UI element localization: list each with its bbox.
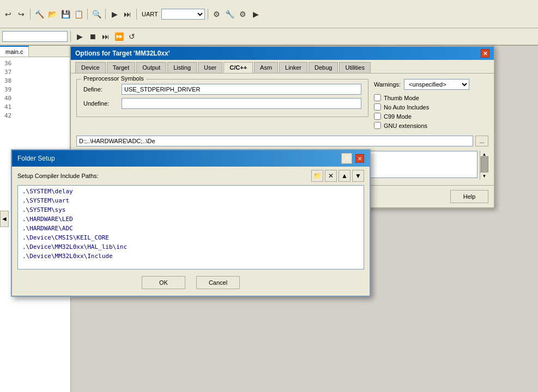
copy-btn[interactable]: 📋 bbox=[72, 8, 84, 20]
warnings-combo[interactable]: <unspecified> All Warnings No Warnings bbox=[404, 79, 469, 90]
step-btn[interactable]: ⏭ bbox=[122, 8, 134, 20]
debug-btn[interactable]: ▶ bbox=[108, 8, 120, 20]
build-btn[interactable]: 🔨 bbox=[33, 8, 45, 20]
list-item-5[interactable]: .\Device\CMSIS\KEIL_CORE bbox=[19, 233, 362, 242]
undefine-row: Undefine: bbox=[83, 98, 361, 109]
move-down-btn[interactable]: ▼ bbox=[352, 170, 364, 182]
left-arrow-panel[interactable]: ◄ bbox=[0, 211, 9, 227]
warnings-row: Warnings: <unspecified> All Warnings No … bbox=[374, 79, 488, 90]
list-item-3[interactable]: .\HARDWARE\LED bbox=[19, 215, 362, 224]
line-41: 41 bbox=[4, 103, 66, 112]
more-btn[interactable]: ▶ bbox=[250, 8, 262, 20]
folder-dialog: Folder Setup ? ✕ Setup Compiler Include … bbox=[11, 149, 371, 297]
gnu-ext-label: GNU extensions bbox=[384, 122, 427, 129]
thumb-mode-checkbox[interactable] bbox=[374, 94, 381, 101]
undo-btn[interactable]: ↩ bbox=[2, 8, 14, 20]
second-toolbar: xx ▶ ⏹ ⏭ ⏩ ↺ bbox=[0, 28, 538, 46]
workspace: main.c 36 37 38 39 40 41 42 ◄ Options fo… bbox=[0, 46, 538, 392]
folder-close-btn[interactable]: ✕ bbox=[355, 154, 364, 163]
delete-folder-btn[interactable]: ✕ bbox=[325, 170, 337, 182]
warnings-label: Warnings: bbox=[374, 81, 401, 88]
include-paths-row: ... bbox=[76, 136, 488, 146]
folder-toolbar: Setup Compiler Include Paths: 📁 ✕ ▲ ▼ bbox=[12, 167, 370, 185]
scroll-thumb bbox=[481, 156, 488, 173]
tab-device[interactable]: Device bbox=[75, 62, 106, 73]
tab-asm[interactable]: Asm bbox=[254, 62, 278, 73]
help-btn[interactable]: Help bbox=[450, 190, 488, 203]
thumb-mode-label: Thumb Mode bbox=[384, 95, 419, 101]
folder-dialog-titlebar: Folder Setup ? ✕ bbox=[12, 150, 370, 167]
folder-ok-btn[interactable]: OK bbox=[142, 276, 185, 289]
move-up-btn[interactable]: ▲ bbox=[338, 170, 350, 182]
options-tabs: Device Target Output Listing User C/C++ … bbox=[71, 60, 494, 74]
separator-3 bbox=[105, 9, 106, 20]
reset-btn[interactable]: ↺ bbox=[126, 30, 138, 42]
c99-mode-label: C99 Mode bbox=[384, 113, 412, 120]
main-c-tab[interactable]: main.c bbox=[0, 46, 29, 57]
include-paths-input[interactable] bbox=[76, 136, 473, 146]
tab-cc[interactable]: C/C++ bbox=[223, 62, 253, 73]
separator-4 bbox=[136, 9, 137, 20]
settings-btn[interactable]: ⚙ bbox=[211, 8, 223, 20]
list-item-6[interactable]: .\Device\MM32L0xx\HAL_lib\inc bbox=[19, 242, 362, 252]
include-paths-browse-btn[interactable]: ... bbox=[475, 136, 488, 146]
line-37: 37 bbox=[4, 68, 66, 77]
list-item-7[interactable]: .\Device\MM32L0xx\Include bbox=[19, 252, 362, 261]
config-btn[interactable]: 🔧 bbox=[224, 8, 236, 20]
define-row: Define: bbox=[83, 84, 361, 95]
redo-btn[interactable]: ↪ bbox=[15, 8, 27, 20]
undefine-input[interactable] bbox=[122, 98, 361, 109]
new-folder-btn[interactable]: 📁 bbox=[311, 170, 323, 182]
no-auto-includes-checkbox[interactable] bbox=[374, 103, 381, 111]
options-dialog-title: Options for Target 'MM32L0xx' bbox=[75, 50, 170, 57]
line-42: 42 bbox=[4, 112, 66, 120]
scroll-area[interactable]: ▲ ▼ bbox=[480, 151, 488, 180]
line-36: 36 bbox=[4, 59, 66, 68]
save-btn[interactable]: 💾 bbox=[59, 8, 71, 20]
thumb-mode-row: Thumb Mode bbox=[374, 94, 488, 101]
step3-btn[interactable]: ⏩ bbox=[113, 30, 125, 42]
folder-cancel-btn[interactable]: Cancel bbox=[196, 276, 240, 289]
options-dialog-titlebar: Options for Target 'MM32L0xx' ✕ bbox=[71, 47, 494, 60]
tab-linker[interactable]: Linker bbox=[279, 62, 307, 73]
line-40: 40 bbox=[4, 94, 66, 103]
c99-mode-checkbox[interactable] bbox=[374, 113, 381, 120]
preprocessor-group: Preprocessor Symbols Define: Undefine: bbox=[76, 79, 368, 117]
define-label: Define: bbox=[83, 86, 122, 93]
folder-help-btn[interactable]: ? bbox=[341, 153, 352, 164]
tab-user[interactable]: User bbox=[198, 62, 222, 73]
scroll-down-btn[interactable]: ▼ bbox=[480, 172, 488, 180]
preprocessor-group-title: Preprocessor Symbols bbox=[81, 75, 146, 82]
main-toolbar: ↩ ↪ 🔨 📂 💾 📋 🔍 ▶ ⏭ UART ⚙ 🔧 ⚙ ▶ bbox=[0, 0, 538, 28]
uart-combo[interactable] bbox=[161, 9, 205, 20]
right-options-panel: Warnings: <unspecified> All Warnings No … bbox=[374, 79, 488, 131]
undefine-label: Undefine: bbox=[83, 100, 122, 107]
gnu-extensions-row: GNU extensions bbox=[374, 122, 488, 129]
target-input[interactable]: xx bbox=[2, 31, 68, 42]
line-39: 39 bbox=[4, 85, 66, 94]
separator-1 bbox=[30, 9, 31, 20]
step2-btn[interactable]: ⏭ bbox=[100, 30, 112, 42]
tab-debug[interactable]: Debug bbox=[309, 62, 338, 73]
folder-list[interactable]: .\SYSTEM\delay .\SYSTEM\uart .\SYSTEM\sy… bbox=[17, 185, 364, 270]
list-item-4[interactable]: .\HARDWARE\ADC bbox=[19, 224, 362, 233]
search-btn[interactable]: 🔍 bbox=[90, 8, 102, 20]
run-btn[interactable]: ▶ bbox=[74, 30, 86, 42]
tab-output[interactable]: Output bbox=[136, 62, 166, 73]
folder-dialog-title: Folder Setup bbox=[17, 155, 55, 162]
load-btn[interactable]: 📂 bbox=[46, 8, 58, 20]
tab-target[interactable]: Target bbox=[107, 62, 136, 73]
line-numbers: 36 37 38 39 40 41 42 bbox=[0, 57, 70, 122]
define-input[interactable] bbox=[122, 84, 361, 95]
c99-mode-row: C99 Mode bbox=[374, 113, 488, 120]
tab-listing[interactable]: Listing bbox=[167, 62, 197, 73]
tab-utilities[interactable]: Utilities bbox=[339, 62, 370, 73]
options-close-btn[interactable]: ✕ bbox=[481, 49, 489, 58]
gnu-ext-checkbox[interactable] bbox=[374, 122, 381, 129]
code-tab-bar: main.c bbox=[0, 46, 70, 57]
options-btn2[interactable]: ⚙ bbox=[237, 8, 249, 20]
stop-btn[interactable]: ⏹ bbox=[87, 30, 99, 42]
list-item-2[interactable]: .\SYSTEM\sys bbox=[19, 205, 362, 215]
list-item-1[interactable]: .\SYSTEM\uart bbox=[19, 196, 362, 205]
list-item-0[interactable]: .\SYSTEM\delay bbox=[19, 187, 362, 196]
